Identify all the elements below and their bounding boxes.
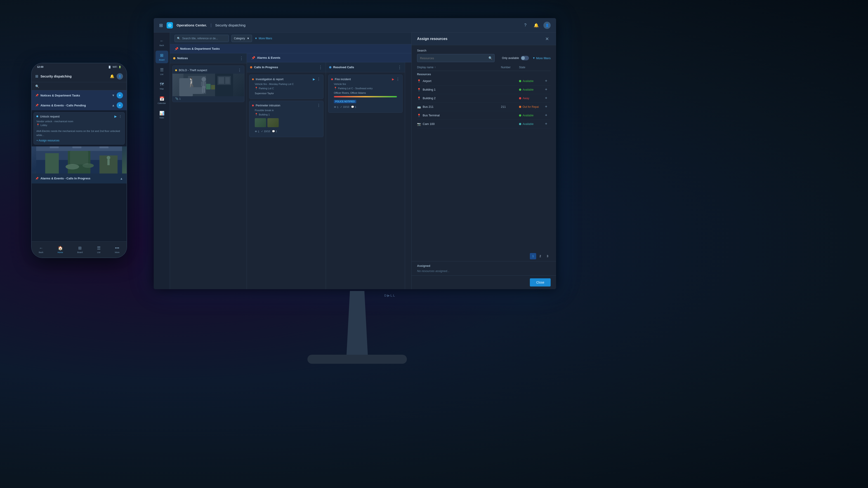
resource-row-bus211[interactable]: 🚌 Bus 211 211 Out for Repai + xyxy=(417,103,551,111)
apps-icon[interactable]: ⊞ xyxy=(159,23,163,28)
building1-add-button[interactable]: + xyxy=(541,87,551,92)
cam100-add-button[interactable]: + xyxy=(541,122,551,126)
close-button[interactable]: Close xyxy=(530,278,551,287)
assign-more-filters-button[interactable]: ▼ More filters xyxy=(532,57,551,60)
bus211-add-button[interactable]: + xyxy=(541,104,551,109)
investigation-menu-icon[interactable]: ⋮ xyxy=(317,77,320,81)
phone-alarms-add-button[interactable]: + xyxy=(117,102,123,108)
building2-add-button[interactable]: + xyxy=(541,96,551,101)
resource-row-building2[interactable]: 📍 Building 2 Away + xyxy=(417,94,551,103)
perimeter-card[interactable]: Perimeter intrusion ⋮ Possible break in … xyxy=(249,101,323,137)
resource-row-cam100[interactable]: 📷 Cam 100 Available + xyxy=(417,120,551,128)
phone-assign-resources-button[interactable]: + Assign resources xyxy=(36,139,122,142)
fire-tasks: ✓ 10/10 xyxy=(340,105,349,108)
phone-nav-more[interactable]: ••• More xyxy=(115,246,120,254)
sidebar-item-calendar[interactable]: 📅 Calendar xyxy=(156,94,168,107)
svg-rect-12 xyxy=(211,85,215,90)
page-2-button[interactable]: 2 xyxy=(537,253,544,259)
phone-unlock-title: Unlock request xyxy=(40,115,113,118)
phone-user-avatar[interactable]: 👤 xyxy=(117,73,123,79)
police-notified-badge: POLICE NOTIFIED xyxy=(334,100,356,103)
phone-nav-board[interactable]: ⊞ Board xyxy=(77,246,83,254)
phone-search-icon[interactable]: 🔍 xyxy=(35,85,39,88)
phone-alarms-in-progress-expand-icon[interactable]: ▲ xyxy=(120,177,123,180)
resources-table: Display name ↑ Number State Resources xyxy=(417,64,551,251)
assign-search-input[interactable] xyxy=(417,54,495,62)
airport-state-dot xyxy=(519,80,521,82)
cam100-name: 📷 Cam 100 xyxy=(417,122,501,126)
phone-list-label: List xyxy=(97,251,100,254)
dropdown-chevron-icon: ▼ xyxy=(247,37,250,40)
camera-thumb-1 xyxy=(255,118,266,127)
busterminal-add-button[interactable]: + xyxy=(541,113,551,118)
phone-unlock-description: AAA Electric needs the mechanical rooms … xyxy=(36,130,120,136)
phone-grid-icon[interactable]: ⊞ xyxy=(35,74,38,78)
resource-row-building1[interactable]: 📍 Building 1 Available + xyxy=(417,86,551,94)
more-filters-button[interactable]: ▼ More filters xyxy=(255,35,272,42)
monitor-container: ⊞ Operations Center. | Security dispatch… xyxy=(154,18,583,380)
phone-status-icons: ▐▌ WiFi 🔋 xyxy=(108,66,121,68)
user-avatar[interactable]: 👤 xyxy=(544,22,551,29)
resource-row-busterminal[interactable]: 📍 Bus Terminal Available + xyxy=(417,111,551,120)
resource-row-airport[interactable]: 📍 Airport Available + xyxy=(417,77,551,86)
notification-bell-icon[interactable]: 🔔 xyxy=(532,22,540,29)
phone-notices-add-button[interactable]: + xyxy=(117,92,123,98)
sidebar-board-label: Board xyxy=(159,59,164,61)
fire-progress-bar xyxy=(334,96,397,97)
phone-alarms-pin-icon: 📌 xyxy=(35,104,39,107)
resolved-menu-icon[interactable]: ⋮ xyxy=(398,65,402,70)
search-input[interactable]: 🔍 Search title, reference or de... xyxy=(175,35,229,42)
phone-back-label: Back xyxy=(39,251,43,254)
phone-unlock-card[interactable]: Unlock request ▶ ⋮ Vendor unlock - mecha… xyxy=(33,112,125,144)
monitor-base xyxy=(307,355,407,364)
building1-state-dot xyxy=(519,89,521,91)
sidebar-item-list[interactable]: ☰ List xyxy=(156,65,168,78)
phone-nav-home[interactable]: 🏠 Home xyxy=(58,246,63,254)
page-1-button[interactable]: 1 xyxy=(530,253,536,259)
phone-alarms-expand-icon[interactable]: ▲ xyxy=(112,103,115,107)
perimeter-menu-icon[interactable]: ⋮ xyxy=(317,103,320,107)
phone-nav-back[interactable]: ← Back xyxy=(39,246,43,254)
svg-rect-19 xyxy=(45,153,59,173)
phone-unlock-play-icon[interactable]: ▶ xyxy=(114,115,117,118)
fire-subtitle: Vehicle fire xyxy=(331,83,400,86)
category-dropdown[interactable]: Category ▼ xyxy=(231,35,252,42)
page-3-button[interactable]: 3 xyxy=(544,253,551,259)
bolo-card[interactable]: BOLO - Theft suspect ⋮ xyxy=(172,66,244,102)
calls-menu-icon[interactable]: ⋮ xyxy=(318,65,322,70)
fire-footer: 👁 1 ✓ 10/10 💬 1 xyxy=(331,105,400,110)
bolo-menu-icon[interactable]: ⋮ xyxy=(238,68,241,72)
sidebar-item-map[interactable]: 🗺 Map xyxy=(156,79,168,92)
assign-close-button[interactable]: ✕ xyxy=(544,35,551,42)
airport-add-button[interactable]: + xyxy=(541,78,551,84)
airport-name: 📍 Airport xyxy=(417,79,501,83)
phone-bell-icon[interactable]: 🔔 xyxy=(110,74,114,78)
investigation-card-title: Investigation & report xyxy=(256,77,311,81)
phone-signal-icon: ▐▌ xyxy=(108,66,111,68)
phone-nav-list[interactable]: ☰ List xyxy=(97,246,101,254)
phone-alarms-in-progress-section[interactable]: 📌 Alarms & Events - Calls In Progress ▲ xyxy=(32,173,127,184)
notices-menu-icon[interactable]: ⋮ xyxy=(239,56,243,61)
only-available-toggle[interactable] xyxy=(521,56,529,60)
investigation-card[interactable]: Investigation & report ▶ ⋮ Vehicle fire … xyxy=(249,74,323,99)
help-icon[interactable]: ? xyxy=(522,22,529,29)
investigation-play-icon[interactable]: ▶ xyxy=(313,77,315,81)
phone-notices-section[interactable]: 📌 Notices & Department Tasks ▼ + xyxy=(32,90,127,100)
phone-unlock-menu-icon[interactable]: ⋮ xyxy=(119,115,122,118)
sidebar-item-back[interactable]: ← Back xyxy=(156,36,168,49)
phone-notices-expand-icon[interactable]: ▼ xyxy=(112,94,115,97)
fire-badge-row: POLICE NOTIFIED xyxy=(331,98,400,105)
phone-alarms-section[interactable]: 📌 Alarms & Events - Calls Pending ▲ + xyxy=(32,100,127,110)
fire-incident-card[interactable]: Fire incident ▶ ⋮ Vehicle fire 📍 Pa xyxy=(328,74,403,113)
phone-device: 12:00 ▐▌ WiFi 🔋 ⊞ Security dispatching 🔔… xyxy=(32,63,127,258)
main-layout: ← Back ⊞ Board ☰ List 🗺 Map 📅 Calend xyxy=(154,33,556,289)
svg-point-23 xyxy=(83,163,94,168)
assign-resources-panel: Assign resources ✕ Search 🔍 Only availab… xyxy=(411,33,556,289)
phone-home-label: Home xyxy=(58,251,63,254)
perimeter-location-icon: 📍 xyxy=(255,113,258,116)
resolved-calls-header: Resolved Calls ⋮ xyxy=(326,62,405,72)
fire-play-icon[interactable]: ▶ xyxy=(392,77,394,81)
fire-menu-icon[interactable]: ⋮ xyxy=(396,77,400,81)
sidebar-item-stats[interactable]: 📊 Stats xyxy=(156,108,168,121)
sidebar-item-board[interactable]: ⊞ Board xyxy=(156,51,168,63)
